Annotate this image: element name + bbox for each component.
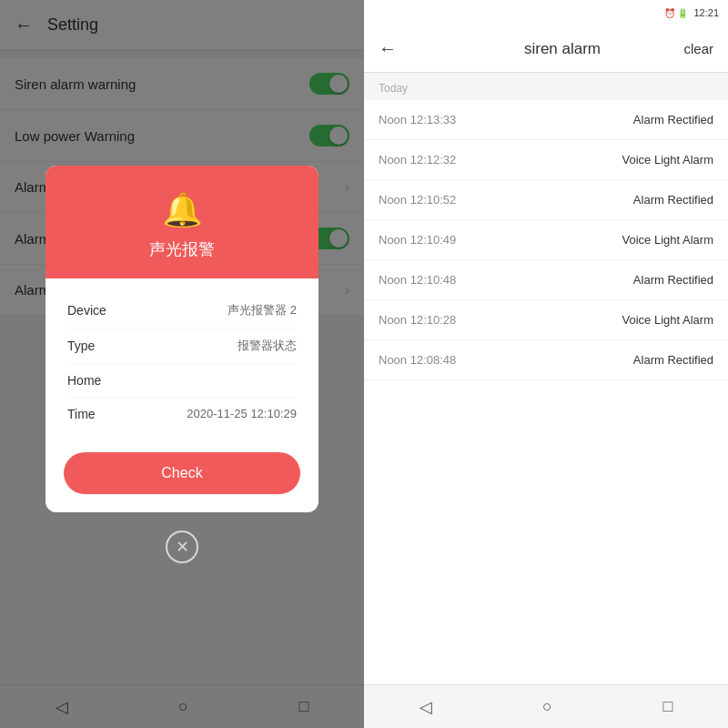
alarm-type-0: Alarm Rectified bbox=[633, 113, 713, 126]
close-modal-button[interactable]: ✕ bbox=[166, 531, 198, 563]
status-icons: ⏰ 🔋 bbox=[664, 8, 689, 18]
modal-row-type: Type 报警器状态 bbox=[67, 329, 297, 364]
section-today-label: Today bbox=[364, 73, 728, 100]
alarm-time-5: Noon 12:10:28 bbox=[379, 313, 456, 327]
alarm-type-3: Voice Light Alarm bbox=[622, 233, 713, 247]
alarm-time-4: Noon 12:10:48 bbox=[379, 273, 456, 287]
alarm-item-5: Noon 12:10:28 Voice Light Alarm bbox=[364, 300, 728, 340]
alarm-type-4: Alarm Rectified bbox=[633, 273, 713, 287]
alarm-type-6: Alarm Rectified bbox=[633, 353, 713, 367]
alarm-item-0: Noon 12:13:33 Alarm Rectified bbox=[364, 100, 728, 140]
modal-key-time: Time bbox=[67, 407, 96, 421]
alarm-modal: 🔔 声光报警 Device 声光报警器 2 Type 报警器状态 Home Ti… bbox=[46, 166, 318, 512]
right-nav-home[interactable]: ○ bbox=[542, 697, 552, 716]
modal-row-device: Device 声光报警器 2 bbox=[67, 293, 297, 329]
modal-key-type: Type bbox=[67, 339, 95, 353]
modal-value-type: 报警器状态 bbox=[238, 338, 297, 354]
right-panel: ⏰ 🔋 12:21 ← siren alarm clear Today Noon… bbox=[364, 0, 728, 728]
status-bar: ⏰ 🔋 12:21 bbox=[364, 0, 728, 25]
alarm-time-2: Noon 12:10:52 bbox=[379, 193, 456, 207]
modal-header: 🔔 声光报警 bbox=[46, 166, 318, 278]
modal-value-device: 声光报警器 2 bbox=[228, 302, 297, 318]
modal-row-time: Time 2020-11-25 12:10:29 bbox=[67, 398, 297, 430]
alarm-item-1: Noon 12:12:32 Voice Light Alarm bbox=[364, 140, 728, 180]
alarm-item-4: Noon 12:10:48 Alarm Rectified bbox=[364, 260, 728, 300]
alarm-type-5: Voice Light Alarm bbox=[622, 313, 713, 327]
right-page-title: siren alarm bbox=[411, 40, 713, 58]
alarm-time-6: Noon 12:08:48 bbox=[379, 353, 456, 367]
alarm-type-2: Alarm Rectified bbox=[633, 193, 713, 207]
alarm-type-1: Voice Light Alarm bbox=[622, 153, 713, 167]
alarm-time-3: Noon 12:10:49 bbox=[379, 233, 456, 247]
alarm-item-2: Noon 12:10:52 Alarm Rectified bbox=[364, 180, 728, 220]
alarm-item-6: Noon 12:08:48 Alarm Rectified bbox=[364, 340, 728, 380]
right-nav-back[interactable]: ◁ bbox=[420, 697, 432, 717]
modal-header-title: 声光报警 bbox=[149, 238, 215, 260]
clear-button[interactable]: clear bbox=[683, 41, 713, 56]
modal-key-home: Home bbox=[67, 373, 101, 388]
right-bottom-nav: ◁ ○ □ bbox=[364, 684, 728, 728]
check-button[interactable]: Check bbox=[64, 452, 300, 494]
modal-key-device: Device bbox=[67, 303, 106, 318]
alarm-time-0: Noon 12:13:33 bbox=[379, 113, 456, 126]
alarm-item-3: Noon 12:10:49 Voice Light Alarm bbox=[364, 220, 728, 260]
modal-body: Device 声光报警器 2 Type 报警器状态 Home Time 2020… bbox=[46, 278, 318, 445]
bell-icon: 🔔 bbox=[162, 191, 203, 229]
alarm-list: Noon 12:13:33 Alarm Rectified Noon 12:12… bbox=[364, 100, 728, 728]
modal-row-home: Home bbox=[67, 364, 297, 398]
left-panel: ← Setting Siren alarm warning Low power … bbox=[0, 0, 364, 728]
right-back-button[interactable]: ← bbox=[379, 38, 397, 59]
right-nav-recents[interactable]: □ bbox=[662, 697, 672, 716]
alarm-time-1: Noon 12:12:32 bbox=[379, 153, 456, 167]
right-header: ← siren alarm clear bbox=[364, 25, 728, 73]
modal-overlay: 🔔 声光报警 Device 声光报警器 2 Type 报警器状态 Home Ti… bbox=[0, 0, 364, 728]
modal-value-time: 2020-11-25 12:10:29 bbox=[187, 407, 297, 420]
status-time: 12:21 bbox=[693, 7, 719, 18]
